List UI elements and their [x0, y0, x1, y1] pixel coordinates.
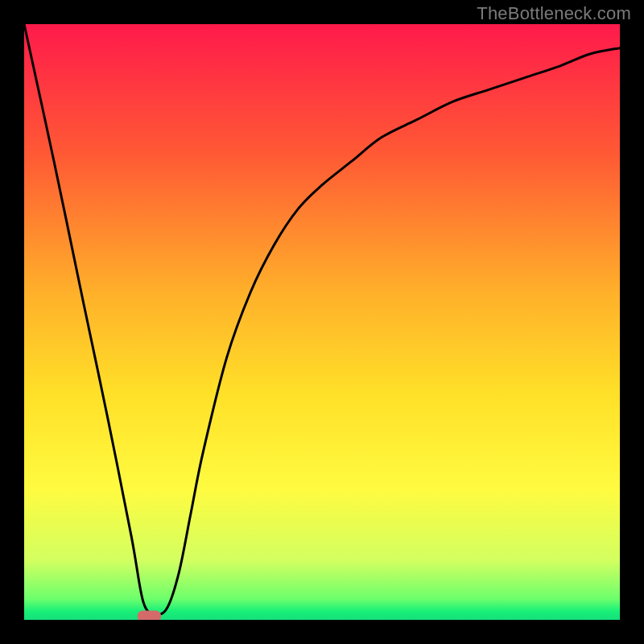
attribution-label: TheBottleneck.com	[477, 3, 631, 24]
gradient-background	[24, 24, 620, 620]
plot-area	[24, 24, 620, 620]
chart-frame: TheBottleneck.com	[0, 0, 644, 644]
bottleneck-chart	[24, 24, 620, 620]
optimal-marker	[138, 611, 162, 620]
